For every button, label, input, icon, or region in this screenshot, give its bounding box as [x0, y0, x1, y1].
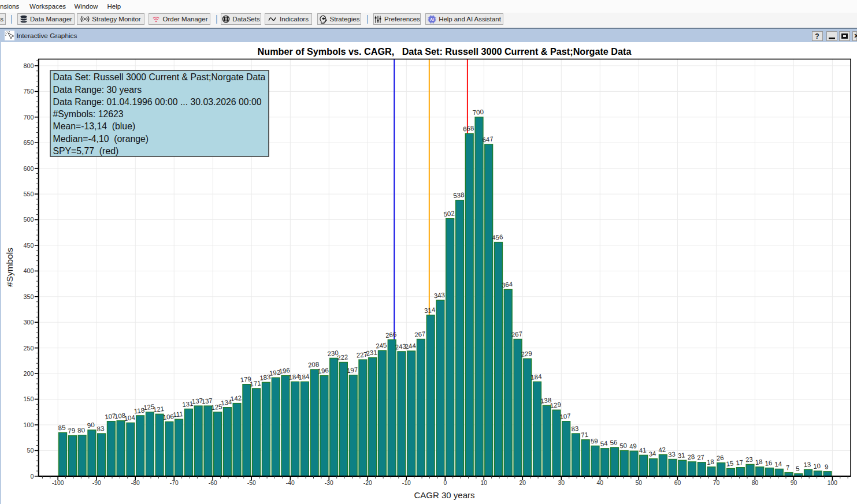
svg-text:456: 456: [492, 233, 503, 241]
svg-text:100: 100: [23, 421, 34, 428]
svg-text:-100: -100: [52, 480, 64, 486]
svg-text:-40: -40: [286, 480, 295, 486]
svg-text:121: 121: [153, 405, 164, 413]
svg-text:650: 650: [23, 139, 34, 146]
svg-text:#Symbols: 12623: #Symbols: 12623: [53, 109, 124, 119]
svg-text:104: 104: [124, 414, 136, 422]
svg-text:50: 50: [636, 480, 643, 486]
svg-text:350: 350: [23, 293, 34, 300]
svg-text:-90: -90: [92, 480, 101, 486]
svg-text:Data Set: Russell 3000 Current: Data Set: Russell 3000 Current & Past;No…: [53, 72, 266, 82]
svg-text:668: 668: [462, 125, 474, 133]
svg-text:267: 267: [414, 330, 426, 338]
svg-text:30: 30: [558, 480, 565, 486]
svg-text:111: 111: [173, 410, 184, 419]
svg-text:-50: -50: [247, 480, 256, 486]
svg-text:-20: -20: [363, 480, 372, 486]
svg-text:80: 80: [77, 427, 85, 434]
svg-text:200: 200: [23, 370, 34, 377]
svg-text:-10: -10: [402, 480, 411, 486]
svg-text:70: 70: [713, 480, 720, 486]
svg-text:16: 16: [765, 459, 773, 466]
svg-text:538: 538: [453, 191, 465, 199]
svg-text:17: 17: [736, 459, 744, 466]
svg-text:CAGR 30 years: CAGR 30 years: [414, 490, 474, 500]
svg-text:41: 41: [639, 446, 647, 454]
svg-text:60: 60: [674, 480, 681, 486]
svg-text:314: 314: [424, 306, 436, 314]
svg-text:49: 49: [629, 442, 637, 450]
svg-text:18: 18: [706, 458, 714, 466]
svg-text:10: 10: [813, 462, 821, 470]
svg-text:42: 42: [658, 446, 666, 453]
svg-text:0: 0: [30, 473, 34, 480]
svg-text:Mean=-13,14 (blue): Mean=-13,14 (blue): [53, 121, 136, 131]
svg-text:343: 343: [433, 292, 445, 300]
svg-text:700: 700: [23, 114, 34, 121]
svg-text:40: 40: [597, 480, 604, 486]
svg-text:229: 229: [521, 350, 532, 358]
svg-text:28: 28: [687, 453, 695, 461]
svg-text:50: 50: [619, 442, 628, 449]
svg-text:Data Range: 01.04.1996 00:00 .: Data Range: 01.04.1996 00:00 ... 30.03.2…: [53, 97, 262, 107]
svg-text:142: 142: [230, 394, 242, 402]
svg-text:7: 7: [786, 464, 791, 472]
svg-text:20: 20: [520, 480, 526, 486]
svg-text:184: 184: [298, 373, 310, 381]
svg-text:90: 90: [791, 480, 797, 486]
svg-text:-80: -80: [131, 480, 140, 486]
svg-text:#Symbols: #Symbols: [5, 248, 14, 287]
svg-text:-30: -30: [325, 480, 333, 486]
svg-text:300: 300: [23, 319, 34, 326]
svg-text:0: 0: [443, 480, 447, 486]
svg-text:267: 267: [511, 330, 522, 338]
svg-text:13: 13: [803, 461, 811, 468]
svg-text:197: 197: [346, 366, 358, 374]
svg-text:222: 222: [337, 353, 348, 361]
svg-text:244: 244: [405, 342, 417, 350]
svg-text:250: 250: [23, 345, 34, 352]
svg-text:56: 56: [610, 439, 618, 446]
svg-text:26: 26: [716, 454, 724, 462]
svg-text:450: 450: [23, 242, 34, 249]
svg-text:750: 750: [23, 88, 34, 95]
svg-text:59: 59: [590, 437, 598, 445]
svg-text:600: 600: [23, 165, 34, 172]
svg-text:71: 71: [581, 431, 589, 439]
svg-text:23: 23: [745, 456, 753, 463]
svg-text:107: 107: [559, 412, 571, 420]
svg-text:-70: -70: [170, 480, 179, 486]
svg-text:245: 245: [376, 342, 387, 350]
svg-text:18: 18: [755, 458, 763, 466]
svg-text:-60: -60: [209, 480, 217, 486]
svg-text:196: 196: [317, 367, 329, 375]
svg-text:14: 14: [774, 460, 783, 468]
svg-text:150: 150: [23, 395, 34, 402]
svg-text:31: 31: [677, 451, 685, 459]
svg-text:364: 364: [501, 281, 513, 289]
svg-text:Number of Symbols vs. CAGR,: Number of Symbols vs. CAGR, Data Set: Ru…: [258, 46, 632, 57]
svg-text:AI: AI: [430, 17, 434, 21]
svg-text:83: 83: [97, 425, 105, 432]
svg-text:184: 184: [530, 373, 543, 381]
svg-text:500: 500: [23, 216, 34, 223]
svg-text:Data Range: 30 years: Data Range: 30 years: [53, 85, 142, 95]
svg-text:266: 266: [385, 331, 396, 339]
svg-text:27: 27: [697, 454, 705, 461]
svg-text:10: 10: [481, 480, 488, 486]
svg-text:9: 9: [825, 463, 829, 471]
svg-text:79: 79: [68, 427, 76, 434]
svg-text:50: 50: [27, 447, 34, 454]
svg-text:83: 83: [571, 425, 579, 432]
svg-text:800: 800: [23, 62, 34, 69]
svg-text:SPY=5,77 (red): SPY=5,77 (red): [53, 146, 119, 156]
svg-text:90: 90: [87, 421, 95, 429]
svg-text:100: 100: [828, 480, 837, 486]
svg-text:5: 5: [795, 465, 800, 473]
svg-text:400: 400: [23, 267, 34, 274]
svg-text:34: 34: [648, 450, 657, 457]
svg-text:85: 85: [58, 424, 66, 431]
svg-text:231: 231: [366, 349, 377, 357]
svg-text:54: 54: [600, 440, 609, 447]
svg-text:129: 129: [550, 401, 561, 409]
